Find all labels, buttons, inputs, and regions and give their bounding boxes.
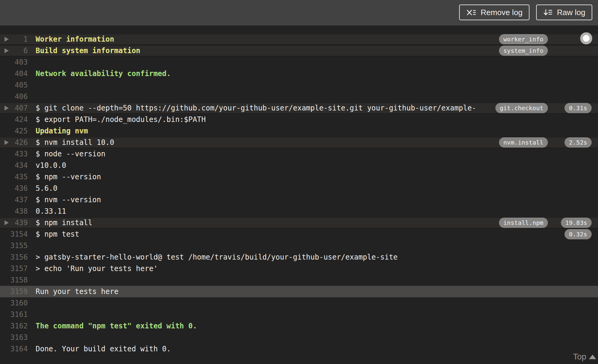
log-row: 3160 [0, 297, 598, 309]
log-row: 439$ npm installinstall.npm19.83s [0, 217, 598, 228]
remove-log-button[interactable]: Remove log [459, 5, 529, 20]
line-number-link[interactable]: 435 [0, 171, 28, 183]
log-row: 3161 [0, 309, 598, 320]
scroll-knob-dot [583, 35, 590, 42]
log-text: $ node --version [36, 150, 105, 158]
log-text: $ npm --version [36, 173, 101, 181]
line-number-link[interactable]: 439 [0, 217, 28, 228]
log-text: v10.0.0 [36, 161, 66, 170]
log-row: 3154$ npm test0.32s [0, 228, 598, 240]
scroll-to-top-link[interactable]: Top [573, 352, 596, 362]
line-number-link[interactable]: 406 [0, 91, 28, 102]
duration-badge: 2.52s [564, 137, 592, 148]
line-number-link[interactable]: 404 [0, 68, 28, 79]
log-row: 435$ npm --version [0, 171, 598, 183]
line-number-link[interactable]: 3157 [0, 263, 28, 274]
log-text: $ git clone --depth=50 https://github.co… [36, 104, 476, 112]
line-number-link[interactable]: 6 [0, 45, 28, 56]
line-number-link[interactable]: 407 [0, 102, 28, 114]
line-number-link[interactable]: 438 [0, 206, 28, 217]
log-row: 405 [0, 79, 598, 91]
line-number-link[interactable]: 425 [0, 125, 28, 137]
log-row: 3158 [0, 274, 598, 286]
line-number-link[interactable]: 3161 [0, 309, 28, 320]
log-text: The command "npm test" exited with 0. [36, 322, 197, 330]
duration-badge: 0.32s [564, 229, 592, 239]
log-row: 403 [0, 56, 598, 68]
line-number-link[interactable]: 3155 [0, 240, 28, 251]
log-text: 5.6.0 [36, 184, 57, 193]
line-number-link[interactable]: 3158 [0, 274, 28, 286]
fold-tag-badge: nvm.install [499, 137, 548, 148]
line-number-link[interactable]: 1 [0, 34, 28, 45]
scroll-to-top-label: Top [573, 352, 586, 362]
log-row: 3162The command "npm test" exited with 0… [0, 320, 598, 332]
remove-log-label: Remove log [481, 8, 523, 17]
log-text: > echo 'Run your tests here' [36, 264, 158, 273]
log-row: 1Worker informationworker_info [0, 34, 598, 45]
raw-log-icon [543, 8, 553, 17]
log-row: 426$ nvm install 10.0nvm.install2.52s [0, 137, 598, 148]
log-row: 434v10.0.0 [0, 160, 598, 171]
log-row: 4380.33.11 [0, 206, 598, 217]
raw-log-label: Raw log [557, 8, 585, 17]
log-text: $ nvm install 10.0 [36, 138, 114, 147]
log-row: 406 [0, 91, 598, 102]
log-row: 425Updating nvm [0, 125, 598, 137]
log-row: 437$ nvm --version [0, 194, 598, 206]
line-number-link[interactable]: 3154 [0, 228, 28, 240]
line-number-link[interactable]: 3160 [0, 297, 28, 309]
remove-log-icon [466, 8, 476, 17]
fold-tag-badge: system_info [499, 46, 548, 56]
log-text: > gatsby-starter-hello-world@ test /home… [36, 253, 398, 261]
line-number-link[interactable]: 405 [0, 79, 28, 91]
log-text: Network availability confirmed. [36, 69, 171, 78]
log-text: $ npm test [36, 230, 79, 238]
log-row: 6Build system informationsystem_info [0, 45, 598, 56]
line-number-link[interactable]: 437 [0, 194, 28, 206]
line-number-link[interactable]: 3156 [0, 251, 28, 263]
log-row: 4365.6.0 [0, 183, 598, 194]
log-text: Worker information [36, 35, 114, 43]
line-number-link[interactable]: 434 [0, 160, 28, 171]
build-log: 1Worker informationworker_info6Build sys… [0, 25, 598, 364]
log-text: $ nvm --version [36, 196, 101, 204]
log-text: Build system information [36, 46, 140, 55]
line-number-link[interactable]: 433 [0, 148, 28, 160]
log-row: 3157> echo 'Run your tests here' [0, 263, 598, 274]
log-row: 407$ git clone --depth=50 https://github… [0, 102, 598, 114]
log-row: 3164Done. Your build exited with 0. [0, 343, 598, 355]
duration-badge: 19.83s [561, 218, 592, 228]
log-text: $ export PATH=./node_modules/.bin:$PATH [36, 115, 206, 124]
log-text: Updating nvm [36, 127, 88, 135]
duration-badge: 0.31s [564, 103, 592, 113]
log-text: Done. Your build exited with 0. [36, 345, 171, 353]
line-number-link[interactable]: 3162 [0, 320, 28, 332]
log-row: 424$ export PATH=./node_modules/.bin:$PA… [0, 114, 598, 125]
log-row: 3156> gatsby-starter-hello-world@ test /… [0, 251, 598, 263]
log-text: $ npm install [36, 219, 92, 227]
log-text: 0.33.11 [36, 207, 66, 216]
line-number-link[interactable]: 436 [0, 183, 28, 194]
line-number-link[interactable]: 3163 [0, 332, 28, 343]
line-number-link[interactable]: 426 [0, 137, 28, 148]
fold-tag-badge: worker_info [499, 34, 548, 44]
log-text: Run your tests here [36, 287, 119, 296]
line-number-link[interactable]: 403 [0, 56, 28, 68]
scroll-knob[interactable] [580, 32, 592, 44]
log-row: 404Network availability confirmed. [0, 68, 598, 79]
log-row: 433$ node --version [0, 148, 598, 160]
log-row: 3159Run your tests here [0, 286, 598, 297]
fold-tag-badge: git.checkout [495, 103, 548, 113]
fold-tag-badge: install.npm [499, 218, 548, 228]
raw-log-button[interactable]: Raw log [536, 5, 592, 20]
toolbar: Remove log Raw log [0, 0, 598, 25]
line-number-link[interactable]: 3164 [0, 343, 28, 355]
log-row: 3155 [0, 240, 598, 251]
log-row: 3163 [0, 332, 598, 343]
line-number-link[interactable]: 3159 [0, 286, 28, 297]
caret-up-icon [589, 355, 596, 359]
line-number-link[interactable]: 424 [0, 114, 28, 125]
